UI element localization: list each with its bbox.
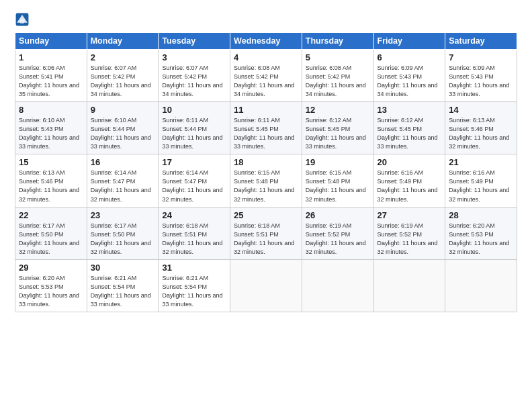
weekday-header-friday: Friday [373,33,445,50]
calendar-cell [302,259,373,312]
calendar-cell: 11Sunrise: 6:11 AMSunset: 5:45 PMDayligh… [230,102,302,154]
cell-info: Sunrise: 6:21 AMSunset: 5:54 PMDaylight:… [162,274,226,309]
calendar-cell: 15Sunrise: 6:13 AMSunset: 5:46 PMDayligh… [15,154,87,207]
calendar-week-row: 1Sunrise: 6:06 AMSunset: 5:41 PMDaylight… [15,50,517,102]
day-number: 7 [449,52,513,62]
day-number: 27 [378,210,442,220]
day-number: 1 [19,52,83,62]
cell-info: Sunrise: 6:08 AMSunset: 5:42 PMDaylight:… [234,64,298,99]
day-number: 18 [234,157,298,167]
day-number: 5 [306,52,370,62]
logo [15,12,32,27]
header [15,12,517,27]
day-number: 28 [449,210,513,220]
calendar-cell: 25Sunrise: 6:18 AMSunset: 5:51 PMDayligh… [230,207,302,259]
day-number: 4 [234,52,298,62]
weekday-header-row: SundayMondayTuesdayWednesdayThursdayFrid… [15,33,517,50]
calendar-cell: 29Sunrise: 6:20 AMSunset: 5:53 PMDayligh… [15,259,87,312]
day-number: 2 [91,52,155,62]
day-number: 16 [91,157,155,167]
cell-info: Sunrise: 6:21 AMSunset: 5:54 PMDaylight:… [91,274,155,309]
calendar-cell: 12Sunrise: 6:12 AMSunset: 5:45 PMDayligh… [302,102,373,154]
day-number: 29 [19,263,83,273]
cell-info: Sunrise: 6:07 AMSunset: 5:42 PMDaylight:… [162,64,226,99]
weekday-header-tuesday: Tuesday [159,33,230,50]
cell-info: Sunrise: 6:16 AMSunset: 5:49 PMDaylight:… [378,169,442,203]
cell-info: Sunrise: 6:19 AMSunset: 5:52 PMDaylight:… [306,222,370,257]
calendar-week-row: 29Sunrise: 6:20 AMSunset: 5:53 PMDayligh… [15,259,517,312]
calendar-cell: 13Sunrise: 6:12 AMSunset: 5:45 PMDayligh… [373,102,445,154]
calendar-cell [373,259,445,312]
day-number: 24 [162,210,226,220]
cell-info: Sunrise: 6:12 AMSunset: 5:45 PMDaylight:… [378,116,442,151]
cell-info: Sunrise: 6:08 AMSunset: 5:42 PMDaylight:… [306,64,370,99]
day-number: 13 [378,105,442,115]
cell-info: Sunrise: 6:11 AMSunset: 5:44 PMDaylight:… [162,116,226,151]
weekday-header-wednesday: Wednesday [230,33,302,50]
day-number: 17 [162,157,226,167]
calendar-cell: 16Sunrise: 6:14 AMSunset: 5:47 PMDayligh… [87,154,159,207]
day-number: 26 [306,210,370,220]
calendar-week-row: 15Sunrise: 6:13 AMSunset: 5:46 PMDayligh… [15,154,517,207]
cell-info: Sunrise: 6:12 AMSunset: 5:45 PMDaylight:… [306,116,370,151]
cell-info: Sunrise: 6:18 AMSunset: 5:51 PMDaylight:… [234,222,298,257]
cell-info: Sunrise: 6:14 AMSunset: 5:47 PMDaylight:… [162,169,226,203]
calendar-cell: 31Sunrise: 6:21 AMSunset: 5:54 PMDayligh… [159,259,230,312]
calendar-cell: 20Sunrise: 6:16 AMSunset: 5:49 PMDayligh… [373,154,445,207]
day-number: 8 [19,105,83,115]
cell-info: Sunrise: 6:20 AMSunset: 5:53 PMDaylight:… [449,222,513,257]
day-number: 15 [19,157,83,167]
cell-info: Sunrise: 6:09 AMSunset: 5:43 PMDaylight:… [449,64,513,99]
calendar-cell: 6Sunrise: 6:09 AMSunset: 5:43 PMDaylight… [373,50,445,102]
cell-info: Sunrise: 6:10 AMSunset: 5:44 PMDaylight:… [91,116,155,151]
cell-info: Sunrise: 6:18 AMSunset: 5:51 PMDaylight:… [162,222,226,257]
calendar-cell: 26Sunrise: 6:19 AMSunset: 5:52 PMDayligh… [302,207,373,259]
day-number: 31 [162,263,226,273]
calendar-cell: 10Sunrise: 6:11 AMSunset: 5:44 PMDayligh… [159,102,230,154]
weekday-header-thursday: Thursday [302,33,373,50]
day-number: 12 [306,105,370,115]
calendar-cell: 22Sunrise: 6:17 AMSunset: 5:50 PMDayligh… [15,207,87,259]
page: SundayMondayTuesdayWednesdayThursdayFrid… [0,0,532,411]
calendar-week-row: 22Sunrise: 6:17 AMSunset: 5:50 PMDayligh… [15,207,517,259]
day-number: 19 [306,157,370,167]
weekday-header-sunday: Sunday [15,33,87,50]
calendar-week-row: 8Sunrise: 6:10 AMSunset: 5:43 PMDaylight… [15,102,517,154]
calendar-cell [230,259,302,312]
cell-info: Sunrise: 6:15 AMSunset: 5:48 PMDaylight:… [306,169,370,203]
cell-info: Sunrise: 6:15 AMSunset: 5:48 PMDaylight:… [234,169,298,203]
cell-info: Sunrise: 6:20 AMSunset: 5:53 PMDaylight:… [19,274,83,309]
calendar-cell: 18Sunrise: 6:15 AMSunset: 5:48 PMDayligh… [230,154,302,207]
cell-info: Sunrise: 6:16 AMSunset: 5:49 PMDaylight:… [449,169,513,203]
day-number: 21 [449,157,513,167]
calendar-cell: 27Sunrise: 6:19 AMSunset: 5:52 PMDayligh… [373,207,445,259]
logo-icon [15,12,30,27]
day-number: 6 [378,52,442,62]
calendar-cell: 7Sunrise: 6:09 AMSunset: 5:43 PMDaylight… [445,50,517,102]
calendar-cell: 1Sunrise: 6:06 AMSunset: 5:41 PMDaylight… [15,50,87,102]
cell-info: Sunrise: 6:14 AMSunset: 5:47 PMDaylight:… [91,169,155,203]
calendar-cell: 17Sunrise: 6:14 AMSunset: 5:47 PMDayligh… [159,154,230,207]
calendar-cell: 5Sunrise: 6:08 AMSunset: 5:42 PMDaylight… [302,50,373,102]
weekday-header-saturday: Saturday [445,33,517,50]
cell-info: Sunrise: 6:13 AMSunset: 5:46 PMDaylight:… [449,116,513,151]
day-number: 9 [91,105,155,115]
cell-info: Sunrise: 6:09 AMSunset: 5:43 PMDaylight:… [378,64,442,99]
calendar-cell: 24Sunrise: 6:18 AMSunset: 5:51 PMDayligh… [159,207,230,259]
calendar-cell [445,259,517,312]
calendar-cell: 2Sunrise: 6:07 AMSunset: 5:42 PMDaylight… [87,50,159,102]
calendar-cell: 30Sunrise: 6:21 AMSunset: 5:54 PMDayligh… [87,259,159,312]
day-number: 14 [449,105,513,115]
day-number: 23 [91,210,155,220]
calendar-cell: 4Sunrise: 6:08 AMSunset: 5:42 PMDaylight… [230,50,302,102]
cell-info: Sunrise: 6:17 AMSunset: 5:50 PMDaylight:… [91,222,155,257]
calendar-table: SundayMondayTuesdayWednesdayThursdayFrid… [15,32,517,312]
calendar-cell: 9Sunrise: 6:10 AMSunset: 5:44 PMDaylight… [87,102,159,154]
day-number: 22 [19,210,83,220]
calendar-cell: 28Sunrise: 6:20 AMSunset: 5:53 PMDayligh… [445,207,517,259]
cell-info: Sunrise: 6:17 AMSunset: 5:50 PMDaylight:… [19,222,83,257]
day-number: 20 [378,157,442,167]
cell-info: Sunrise: 6:13 AMSunset: 5:46 PMDaylight:… [19,169,83,203]
calendar-cell: 3Sunrise: 6:07 AMSunset: 5:42 PMDaylight… [159,50,230,102]
day-number: 10 [162,105,226,115]
